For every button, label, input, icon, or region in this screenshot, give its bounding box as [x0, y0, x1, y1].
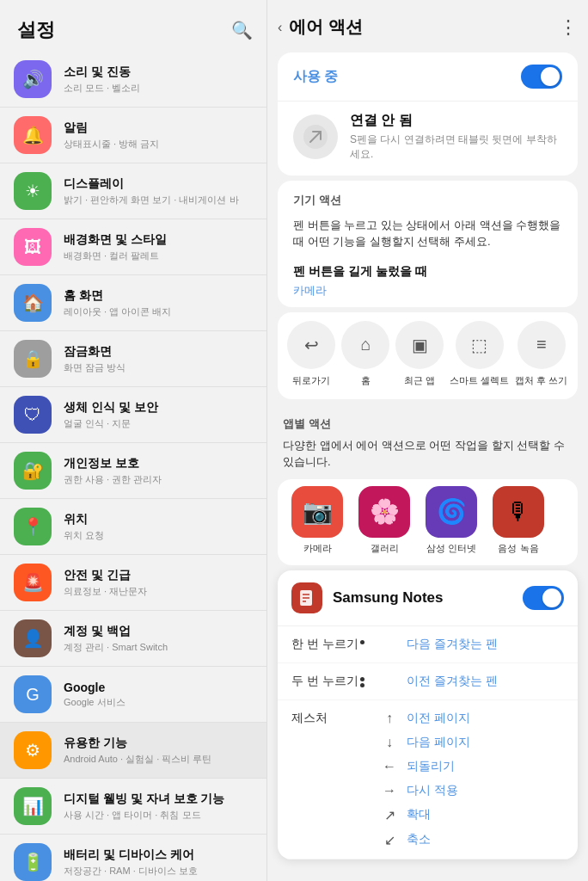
- settings-title-lockscreen: 잠금화면: [64, 344, 126, 360]
- sn-action-label-2-4: 확대: [407, 807, 431, 822]
- settings-title-safety: 안전 및 긴급: [64, 568, 147, 583]
- sn-action-2-3[interactable]: → 다시 적용: [381, 781, 564, 800]
- settings-text-lockscreen: 잠금화면 화면 잠금 방식: [64, 344, 126, 374]
- sidebar-item-privacy[interactable]: 🔐 개인정보 보호 권한 사용 · 권한 관리자: [0, 443, 266, 499]
- right-panel: ‹ 에어 액션 ⋮ 사용 중 연결 안 됨 S펜을 다시: [266, 0, 588, 881]
- sidebar-item-notifications[interactable]: 🔔 알림 상태표시줄 · 방해 금지: [0, 108, 266, 163]
- sidebar-item-display[interactable]: ☀ 디스플레이 밝기 · 편안하게 화면 보기 · 내비게이션 바: [0, 163, 266, 219]
- sn-action-label-2-1: 다음 페이지: [407, 735, 470, 750]
- settings-text-digital: 디지털 웰빙 및 자녀 보호 기능 사용 시간 · 앱 타이머 · 취침 모드: [64, 792, 224, 822]
- sn-row-2: 제스처 ↑ 이전 페이지 ↓ 다음 페이지 ← 되돌리기 → 다시 적용 ↗ 확…: [278, 700, 578, 859]
- settings-title-accounts: 계정 및 백업: [64, 624, 168, 639]
- icon-google: G: [26, 685, 40, 705]
- settings-sub-privacy: 권한 사용 · 권한 관리자: [64, 473, 162, 486]
- sidebar-item-lockscreen[interactable]: 🔒 잠금화면 화면 잠금 방식: [0, 331, 266, 387]
- app-circle-gallery: 🌸: [358, 486, 410, 538]
- settings-icon-notifications: 🔔: [14, 116, 52, 154]
- sn-action-2-1[interactable]: ↓ 다음 페이지: [381, 733, 564, 752]
- app-icon-samsung_internet[interactable]: 🌀 삼성 인터넷: [426, 486, 477, 555]
- settings-icon-safety: 🚨: [14, 564, 52, 601]
- app-action-desc: 다양한 앱에서 에어 액션으로 어떤 작업을 할지 선택할 수 있습니다.: [267, 435, 588, 479]
- sidebar-item-battery[interactable]: 🔋 배터리 및 디바이스 케어 저장공간 · RAM · 디바이스 보호: [0, 835, 266, 881]
- sn-row-label-2: 제스처: [291, 709, 360, 726]
- app-icon-gallery[interactable]: 🌸 갤러리: [358, 486, 410, 555]
- settings-title-digital: 디지털 웰빙 및 자녀 보호 기능: [64, 792, 224, 807]
- settings-sub-wallpaper: 배경화면 · 컬러 팔레트: [64, 250, 167, 262]
- settings-text-accounts: 계정 및 백업 계정 관리 · Smart Switch: [64, 624, 168, 654]
- sn-action-2-0[interactable]: ↑ 이전 페이지: [381, 709, 564, 728]
- action-label-smartselect: 스마트 셀렉트: [450, 374, 509, 387]
- settings-sub-biometrics: 얼굴 인식 · 지문: [64, 417, 158, 430]
- settings-title-sound: 소리 및 진동: [64, 65, 140, 80]
- right-header: ‹ 에어 액션 ⋮: [267, 0, 588, 47]
- sn-dots-0: [360, 635, 381, 644]
- sidebar-item-sound[interactable]: 🔊 소리 및 진동 소리 모드 · 벨소리: [0, 52, 266, 108]
- sn-action-label-0-0: 다음 즐겨찾는 펜: [407, 637, 498, 652]
- settings-sub-google: Google 서비스: [64, 696, 126, 709]
- action-icon-capture[interactable]: ≡ 캡처 후 쓰기: [515, 321, 567, 387]
- settings-sub-location: 위치 요청: [64, 529, 104, 542]
- sidebar-item-google[interactable]: G Google Google 서비스: [0, 667, 266, 723]
- more-button[interactable]: ⋮: [559, 16, 578, 39]
- app-action-section: 앱별 액션 다양한 앱에서 에어 액션으로 어떤 작업을 할지 선택할 수 있습…: [267, 404, 588, 479]
- sidebar-item-biometrics[interactable]: 🛡 생체 인식 및 보안 얼굴 인식 · 지문: [0, 387, 266, 443]
- sn-toggle[interactable]: [523, 586, 564, 610]
- search-icon[interactable]: 🔍: [231, 20, 253, 40]
- sn-action-2-5[interactable]: ↙ 축소: [381, 830, 564, 850]
- app-label-voice: 음성 녹음: [498, 542, 538, 555]
- icon-accounts: 👤: [22, 628, 44, 649]
- status-row: 사용 중: [278, 52, 578, 101]
- disconnected-row: 연결 안 됨 S펜을 다시 연결하려면 태블릿 뒷면에 부착하세요.: [278, 101, 578, 176]
- samsung-notes-card: Samsung Notes 한 번 누르기 다음 즐겨찾는 펜 두 번 누르기 …: [278, 570, 578, 859]
- action-icon-recent[interactable]: ▣ 최근 앱: [395, 321, 444, 387]
- settings-text-google: Google Google 서비스: [64, 681, 126, 709]
- settings-text-advanced: 유용한 기능 Android Auto · 실험실 · 픽스비 루틴: [64, 736, 211, 766]
- disconnected-desc: S펜을 다시 연결하려면 태블릿 뒷면에 부착하세요.: [350, 132, 562, 162]
- settings-text-notifications: 알림 상태표시줄 · 방해 금지: [64, 120, 159, 151]
- right-title: 에어 액션: [289, 15, 559, 39]
- settings-title: 설정: [17, 17, 55, 43]
- settings-sub-home: 레이아웃 · 앱 아이콘 배지: [64, 305, 171, 318]
- settings-sub-advanced: Android Auto · 실험실 · 픽스비 루틴: [64, 753, 211, 766]
- action-icon-smartselect[interactable]: ⬚ 스마트 셀렉트: [450, 321, 509, 387]
- sn-action-label-2-5: 축소: [407, 832, 431, 847]
- left-panel: 설정 🔍 🔊 소리 및 진동 소리 모드 · 벨소리 🔔 알림 상태표시줄 · …: [0, 0, 266, 881]
- sidebar-item-home[interactable]: 🏠 홈 화면 레이아웃 · 앱 아이콘 배지: [0, 275, 266, 331]
- settings-sub-accounts: 계정 관리 · Smart Switch: [64, 641, 168, 654]
- settings-icon-location: 📍: [14, 508, 52, 545]
- app-label-gallery: 갤러리: [371, 542, 399, 555]
- sn-action-2-4[interactable]: ↗ 확대: [381, 805, 564, 825]
- back-button[interactable]: ‹: [278, 20, 282, 35]
- app-icon-camera[interactable]: 📷 카메라: [291, 486, 343, 555]
- sidebar-item-wallpaper[interactable]: 🖼 배경화면 및 스타일 배경화면 · 컬러 팔레트: [0, 219, 266, 275]
- device-action-subtitle: 펜 버튼을 길게 눌렀을 때: [278, 259, 578, 281]
- sidebar-item-accounts[interactable]: 👤 계정 및 백업 계정 관리 · Smart Switch: [0, 611, 266, 667]
- settings-text-battery: 배터리 및 디바이스 케어 저장공간 · RAM · 디바이스 보호: [64, 847, 198, 878]
- action-label-capture: 캡처 후 쓰기: [515, 374, 567, 387]
- settings-text-privacy: 개인정보 보호 권한 사용 · 권한 관리자: [64, 456, 162, 486]
- app-label-camera: 카메라: [303, 542, 332, 555]
- app-icon-voice[interactable]: 🎙 음성 녹음: [493, 486, 544, 555]
- action-icon-home[interactable]: ⌂ 홈: [341, 321, 389, 387]
- status-toggle[interactable]: [521, 65, 562, 89]
- status-card: 사용 중 연결 안 됨 S펜을 다시 연결하려면 태블릿 뒷면에 부착하세요.: [278, 52, 578, 176]
- action-label-home: 홈: [361, 374, 371, 387]
- icon-home: 🏠: [22, 293, 44, 313]
- settings-sub-sound: 소리 모드 · 벨소리: [64, 82, 140, 95]
- sn-action-0-0[interactable]: 다음 즐겨찾는 펜: [381, 635, 564, 654]
- sidebar-item-location[interactable]: 📍 위치 위치 요청: [0, 499, 266, 555]
- sidebar-item-safety[interactable]: 🚨 안전 및 긴급 의료정보 · 재난문자: [0, 555, 266, 611]
- sidebar-item-digital[interactable]: 📊 디지털 웰빙 및 자녀 보호 기능 사용 시간 · 앱 타이머 · 취침 모…: [0, 779, 266, 835]
- icon-notifications: 🔔: [22, 125, 44, 145]
- action-icon-back[interactable]: ↩ 뒤로가기: [287, 321, 335, 387]
- icon-advanced: ⚙: [25, 740, 40, 761]
- action-circle-capture: ≡: [518, 321, 566, 369]
- sn-row-actions-0: 다음 즐겨찾는 펜: [381, 635, 564, 654]
- sidebar-item-advanced[interactable]: ⚙ 유용한 기능 Android Auto · 실험실 · 픽스비 루틴: [0, 723, 266, 779]
- device-action-link[interactable]: 카메라: [278, 281, 578, 307]
- sn-row-actions-1: 이전 즐겨찾는 펜: [381, 672, 564, 691]
- settings-icon-display: ☀: [14, 172, 52, 210]
- header-icons: 🔍: [231, 20, 253, 40]
- sn-action-1-0[interactable]: 이전 즐겨찾는 펜: [381, 672, 564, 691]
- sn-action-2-2[interactable]: ← 되돌리기: [381, 757, 564, 776]
